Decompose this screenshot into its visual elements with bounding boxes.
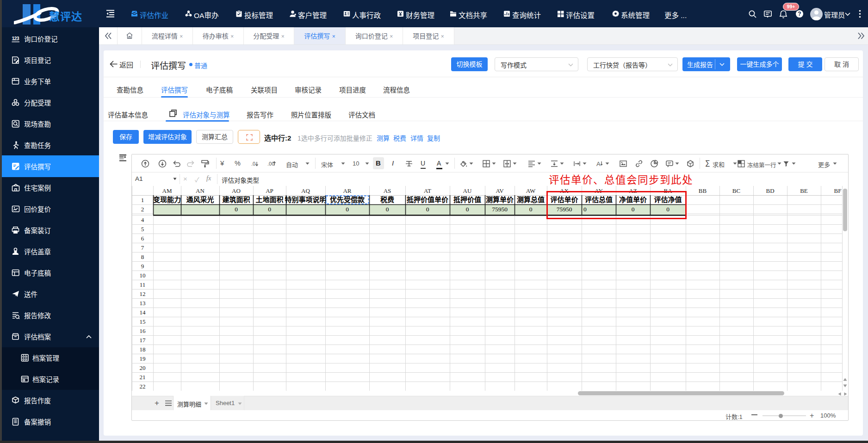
svg-text:抵押价值单价: 抵押价值单价	[407, 196, 449, 203]
svg-text:AS: AS	[384, 187, 391, 194]
svg-text:0: 0	[386, 206, 389, 213]
svg-text:AR: AR	[343, 187, 351, 194]
svg-text:16: 16	[140, 327, 146, 334]
svg-text:0: 0	[529, 206, 533, 213]
svg-text:0: 0	[235, 206, 238, 213]
svg-text:17: 17	[140, 337, 146, 344]
svg-text:.0: .0	[251, 161, 255, 166]
svg-text:6: 6	[141, 235, 144, 242]
svg-text:5: 5	[141, 226, 144, 233]
svg-text:4: 4	[141, 216, 144, 223]
svg-text:75950: 75950	[492, 206, 508, 213]
svg-text:0: 0	[268, 206, 271, 213]
svg-text:变现能力: 变现能力	[153, 196, 181, 203]
svg-text:BE: BE	[800, 187, 808, 194]
svg-text:建筑面积: 建筑面积	[222, 196, 250, 203]
svg-text:抵押价值: 抵押价值	[453, 196, 481, 203]
svg-text:1: 1	[141, 197, 144, 203]
svg-text:AQ: AQ	[301, 187, 310, 194]
svg-text:通风采光: 通风采光	[186, 196, 214, 203]
svg-text:0: 0	[466, 206, 469, 213]
svg-text:测算单价: 测算单价	[486, 196, 514, 203]
svg-text:AV: AV	[496, 187, 504, 194]
svg-text:BC: BC	[732, 187, 740, 194]
svg-text:税费: 税费	[380, 196, 394, 203]
svg-text:AO: AO	[232, 187, 241, 194]
svg-text:AW: AW	[526, 187, 536, 194]
svg-text:AP: AP	[266, 187, 273, 194]
svg-text:AM: AM	[162, 187, 172, 194]
svg-text:14: 14	[140, 309, 146, 316]
svg-text:20: 20	[140, 364, 146, 371]
svg-text:123: 123	[12, 36, 19, 41]
svg-text:7: 7	[141, 244, 144, 251]
svg-text:9: 9	[141, 263, 144, 270]
svg-text:AT: AT	[424, 187, 431, 194]
svg-text:BB: BB	[699, 187, 707, 194]
svg-text:0: 0	[346, 206, 349, 213]
svg-text:A: A	[596, 160, 601, 167]
svg-text:BD: BD	[766, 187, 774, 194]
svg-text:AN: AN	[196, 187, 205, 194]
svg-text:AU: AU	[463, 187, 472, 194]
svg-text:11: 11	[140, 281, 146, 288]
svg-text:13: 13	[140, 300, 146, 307]
svg-text:优先受偿款: 优先受偿款	[330, 196, 365, 203]
svg-text:0: 0	[426, 206, 429, 213]
svg-text:19: 19	[140, 355, 146, 362]
svg-text:21: 21	[140, 374, 146, 381]
svg-text:10: 10	[140, 272, 146, 279]
svg-text:特别事项说明: 特别事项说明	[285, 196, 326, 203]
svg-text:22: 22	[140, 383, 146, 390]
svg-text:.00: .00	[267, 161, 274, 166]
svg-text:测算总值: 测算总值	[517, 196, 545, 203]
svg-text:BF: BF	[834, 187, 842, 194]
svg-text:12: 12	[140, 290, 146, 297]
svg-text:18: 18	[140, 346, 146, 353]
svg-text:15: 15	[140, 318, 146, 325]
svg-text:土地面积: 土地面积	[255, 196, 283, 203]
svg-text:8: 8	[141, 253, 144, 260]
svg-text:2: 2	[141, 206, 144, 213]
